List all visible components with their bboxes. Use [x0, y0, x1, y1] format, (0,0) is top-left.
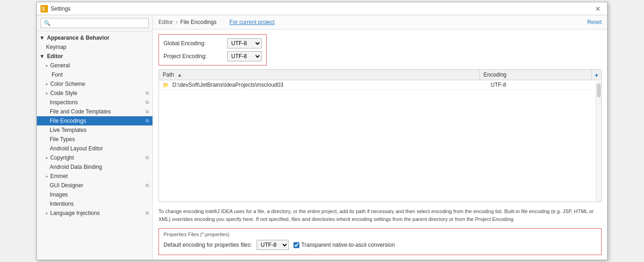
- folder-icon: 📁: [163, 82, 169, 88]
- sidebar-item-font[interactable]: Font: [37, 70, 152, 79]
- sidebar-item-label: Live Templates: [50, 127, 87, 133]
- info-text: To change encoding IntelliJ IDEA uses fo…: [158, 206, 602, 225]
- sidebar-item-label: Intentions: [50, 201, 74, 207]
- project-encoding-select[interactable]: UTF-8 UTF-16 ISO-8859-1: [227, 51, 262, 61]
- sidebar-item-label: Editor: [47, 53, 63, 60]
- for-current-project-link[interactable]: For current project: [229, 19, 275, 25]
- sidebar-item-label: File Encodings: [50, 118, 86, 124]
- sidebar-item-language-injections[interactable]: ▸ Language Injections ⧉: [37, 208, 152, 218]
- file-table-container: Path ▲ Encoding + 📁 D:\devS: [158, 69, 602, 202]
- sidebar-item-copyright[interactable]: ▸ Copyright ⧉: [37, 153, 152, 162]
- sidebar-item-images[interactable]: Images: [37, 190, 152, 199]
- default-encoding-label: Default encoding for properties files:: [164, 242, 252, 248]
- sidebar-item-gui-designer[interactable]: GUI Designer ⧉: [37, 181, 152, 190]
- file-table-body: 📁 D:\devSoft\JetBrains\IdeaProjects\mscl…: [159, 80, 601, 202]
- project-encoding-label: Project Encoding:: [164, 53, 223, 60]
- sidebar-item-label: Keymap: [46, 44, 66, 50]
- sidebar-item-file-types[interactable]: File Types: [37, 135, 152, 144]
- sidebar-item-label: Code Style: [50, 90, 77, 96]
- properties-title: Properties Files (*.properties): [164, 232, 597, 237]
- reset-button[interactable]: Reset: [587, 19, 602, 25]
- main-content: Appearance & Behavior Keymap Editor ▸ Ge…: [37, 15, 607, 260]
- title-bar-left: S Settings: [41, 5, 70, 12]
- window-title: Settings: [51, 6, 70, 12]
- add-entry-button[interactable]: +: [592, 70, 601, 81]
- code-style-icon: ⧉: [146, 90, 149, 96]
- svg-text:S: S: [42, 6, 45, 12]
- sidebar-item-android-data-binding[interactable]: Android Data Binding: [37, 162, 152, 172]
- project-encoding-row: Project Encoding: UTF-8 UTF-16 ISO-8859-…: [164, 51, 262, 61]
- sidebar-item-keymap[interactable]: Keymap: [37, 42, 152, 52]
- file-code-templates-icon: ⧉: [146, 109, 149, 114]
- properties-row: Default encoding for properties files: U…: [164, 240, 597, 250]
- breadcrumb-separator: ›: [176, 19, 177, 25]
- encoding-fields: Global Encoding: UTF-8 UTF-16 ISO-8859-1…: [158, 34, 267, 66]
- copyright-icon: ⧉: [146, 155, 149, 161]
- file-encodings-icon: ⧉: [146, 118, 149, 124]
- breadcrumb: Editor › File Encodings For current proj…: [158, 19, 275, 25]
- global-encoding-label: Global Encoding:: [164, 40, 223, 47]
- sidebar-item-file-code-templates[interactable]: File and Code Templates ⧉: [37, 107, 152, 116]
- search-box: [37, 15, 152, 31]
- transparent-conversion-checkbox[interactable]: [293, 242, 299, 248]
- sidebar-item-label: Inspections: [50, 99, 78, 106]
- sidebar-item-label: Color Scheme: [50, 81, 85, 87]
- sidebar-item-label: Language Injections: [50, 210, 100, 216]
- sidebar-item-label: GUI Designer: [50, 182, 83, 189]
- inspections-icon: ⧉: [146, 100, 149, 105]
- sidebar-item-label: File and Code Templates: [50, 108, 111, 115]
- nav-tree: Appearance & Behavior Keymap Editor ▸ Ge…: [37, 31, 152, 260]
- global-encoding-row: Global Encoding: UTF-8 UTF-16 ISO-8859-1: [164, 38, 262, 48]
- sidebar-item-intentions[interactable]: Intentions: [37, 199, 152, 208]
- search-input[interactable]: [41, 18, 149, 28]
- sidebar-item-label: Emmet: [50, 173, 68, 179]
- sidebar-item-android-layout-editor[interactable]: Android Layout Editor: [37, 144, 152, 153]
- file-encoding-cell: UTF-8: [487, 80, 601, 89]
- breadcrumb-editor: Editor: [158, 19, 173, 25]
- default-encoding-select[interactable]: UTF-8 UTF-16 ISO-8859-1: [257, 240, 289, 250]
- sidebar-item-label: Android Data Binding: [50, 164, 102, 170]
- table-row: 📁 D:\devSoft\JetBrains\IdeaProjects\mscl…: [159, 80, 601, 90]
- title-bar: S Settings ✕: [37, 2, 607, 15]
- close-button[interactable]: ✕: [592, 4, 603, 13]
- sidebar-item-emmet[interactable]: ▸ Emmet: [37, 172, 152, 181]
- sidebar-item-label: Images: [50, 191, 68, 198]
- sidebar-item-label: File Types: [50, 136, 75, 143]
- language-injections-icon: ⧉: [146, 210, 149, 216]
- sidebar-item-color-scheme[interactable]: ▸ Color Scheme: [37, 79, 152, 89]
- sidebar-item-label: Appearance & Behavior: [47, 35, 109, 41]
- settings-window: S Settings ✕ Appearance & Behavior Keyma…: [36, 2, 608, 260]
- path-column-header: Path ▲: [159, 70, 480, 80]
- panel-header: Editor › File Encodings For current proj…: [153, 15, 607, 30]
- sidebar-item-appearance[interactable]: Appearance & Behavior: [37, 33, 152, 42]
- sidebar-item-label: General: [50, 62, 70, 69]
- sidebar-item-label: Android Layout Editor: [50, 145, 103, 152]
- global-encoding-select[interactable]: UTF-8 UTF-16 ISO-8859-1: [227, 38, 262, 48]
- panel-body: Global Encoding: UTF-8 UTF-16 ISO-8859-1…: [153, 30, 607, 260]
- sidebar-item-label: Copyright: [50, 155, 74, 161]
- right-panel: Editor › File Encodings For current proj…: [153, 15, 607, 260]
- breadcrumb-current: File Encodings: [180, 19, 217, 25]
- file-table-header: Path ▲ Encoding: [159, 70, 601, 80]
- properties-section: Properties Files (*.properties) Default …: [158, 228, 602, 255]
- transparent-conversion-label[interactable]: Transparent native-to-ascii conversion: [293, 242, 395, 248]
- sidebar-item-label: Font: [52, 71, 63, 78]
- encoding-column-header: Encoding: [480, 70, 592, 80]
- table-scrollbar[interactable]: [596, 82, 601, 202]
- sidebar: Appearance & Behavior Keymap Editor ▸ Ge…: [37, 15, 153, 260]
- file-path-cell: 📁 D:\devSoft\JetBrains\IdeaProjects\mscl…: [159, 80, 487, 89]
- sidebar-item-general[interactable]: ▸ General: [37, 61, 152, 70]
- sidebar-item-file-encodings[interactable]: File Encodings ⧉: [37, 116, 152, 125]
- scroll-thumb: [597, 83, 601, 97]
- sidebar-item-code-style[interactable]: ▸ Code Style ⧉: [37, 89, 152, 98]
- sidebar-item-editor[interactable]: Editor: [37, 52, 152, 61]
- sidebar-item-inspections[interactable]: Inspections ⧉: [37, 98, 152, 107]
- gui-designer-icon: ⧉: [146, 183, 149, 188]
- sidebar-item-live-templates[interactable]: Live Templates: [37, 125, 152, 135]
- app-icon: S: [41, 5, 48, 12]
- sort-arrow-icon: ▲: [177, 72, 182, 77]
